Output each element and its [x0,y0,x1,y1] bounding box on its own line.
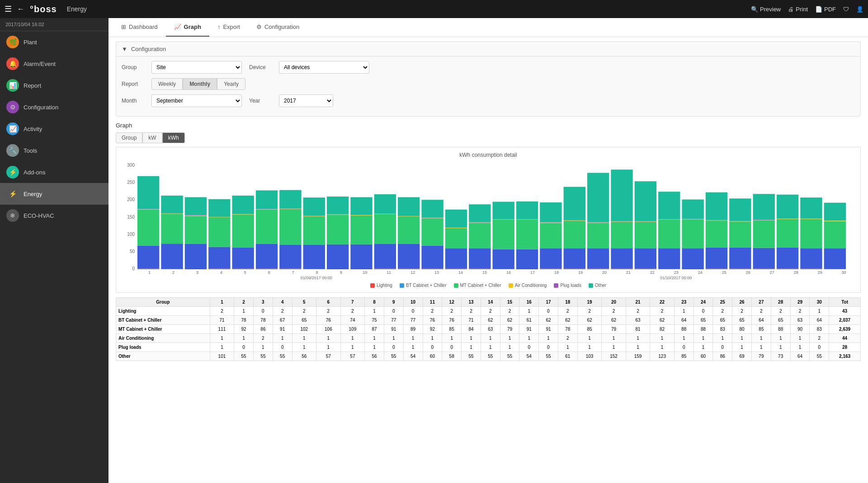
bar-segment [635,269,656,269]
sidebar-label-energy: Energy [24,191,42,197]
bar-segment [185,216,207,216]
row-value: 2 [500,307,519,316]
row-value: 1 [602,334,626,343]
sidebar-label-configuration: Configuration [24,104,58,111]
tab-configuration[interactable]: ⚙ Configuration [248,18,307,37]
sidebar-item-eco-hvac[interactable]: ❄ ECO-HVAC [0,205,108,226]
bar-segment [208,217,230,217]
sidebar-item-alarm[interactable]: 🔔 Alarm/Event [0,53,108,75]
graph-btn-kwh[interactable]: kWh [162,132,185,143]
tab-export[interactable]: ↑ Export [209,18,248,37]
row-value: 1 [316,343,341,352]
tab-graph[interactable]: 📈 Graph [166,18,209,37]
bar-segment [421,218,443,218]
month-select[interactable]: September [151,94,242,107]
bar-segment [445,269,467,269]
bar-segment [374,269,396,269]
config-header[interactable]: ▼ Configuration [116,42,860,56]
back-button[interactable]: ← [17,5,24,13]
row-value: 1 [273,334,292,343]
sidebar-item-configuration[interactable]: ⚙ Configuration [0,96,108,118]
table-header: 20 [602,298,626,307]
bar-segment [540,222,561,223]
energy-icon: ⚡ [6,188,19,200]
row-value: 55 [539,352,558,361]
hamburger-icon[interactable]: ☰ [5,4,12,14]
device-select[interactable]: All devices [279,61,369,74]
bar-segment [729,248,751,269]
bar-segment [445,228,467,228]
tab-dashboard[interactable]: ⊞ Dashboard [113,18,166,37]
row-value: 0 [234,343,254,352]
bar-segment [800,197,822,218]
graph-section-label: Graph [116,122,861,129]
graph-btn-kw[interactable]: kW [142,132,162,143]
graph-btn-group[interactable]: Group [116,132,142,143]
bar-segment [256,209,278,210]
row-value: 63 [626,316,650,325]
group-select[interactable]: Site [151,61,242,74]
row-value: 1 [292,343,316,352]
bar-segment [540,269,561,269]
bar-segment [540,223,561,223]
row-value: 1 [365,334,384,343]
report-btn-weekly[interactable]: Weekly [151,78,183,90]
bar-segment [161,244,183,269]
bar-segment [824,248,846,269]
row-value: 1 [693,334,713,343]
pdf-button[interactable]: 📄 PDF [815,6,836,13]
bar-segment [564,187,585,220]
sidebar-item-energy[interactable]: ⚡ Energy [0,183,108,205]
sidebar-label-addons: Add-ons [24,169,45,176]
table-header: 10 [403,298,423,307]
bar-segment [800,219,822,249]
row-value: 71 [462,316,481,325]
row-value: 1 [340,334,365,343]
sidebar-item-addons[interactable]: ⚡ Add-ons [0,161,108,183]
row-value: 1 [650,343,675,352]
row-value: 1 [810,307,829,316]
config-body: Group Site Device All devices Report Wee… [116,56,860,116]
bar-segment [469,223,491,249]
x-label: 15 [473,270,497,275]
x-date-end: 01/10/2017 00:00 [660,276,692,280]
preview-button[interactable]: 🔍 Preview [751,6,781,13]
sidebar-item-tools[interactable]: 🔧 Tools [0,140,108,161]
year-select[interactable]: 2017 [279,94,333,107]
row-value: 1 [693,343,713,352]
bar-segment [824,203,846,221]
table-header: 22 [650,298,675,307]
table-header: 2 [234,298,254,307]
row-value: 1 [626,343,650,352]
bar-segment [493,202,514,220]
main-layout: 2017/10/04 16:02 🌿 Plant 🔔 Alarm/Event 📊… [0,18,868,483]
report-btn-monthly[interactable]: Monthly [183,78,217,90]
bar-segment [564,221,585,249]
bar-segment [493,220,514,249]
bar-segment [137,269,159,269]
x-label: 20 [592,270,616,275]
x-label: 21 [616,270,640,275]
sidebar-item-plant[interactable]: 🌿 Plant [0,31,108,53]
row-value: 1 [500,343,519,352]
topbar: ☰ ← °boss Energy 🔍 Preview 🖨 Print 📄 PDF… [0,0,868,18]
chart-plot: 1234567891011121314151617181920212223242… [137,161,856,280]
row-name: Air Conditioning [116,334,210,343]
sidebar-item-activity[interactable]: 📈 Activity [0,118,108,140]
row-value: 92 [423,325,442,334]
table-header: 3 [254,298,273,307]
row-value: 62 [500,316,519,325]
bar-segment [564,220,585,221]
print-button[interactable]: 🖨 Print [788,6,808,13]
user-icon[interactable]: 👤 [856,6,863,13]
report-btn-yearly[interactable]: Yearly [217,78,245,90]
bar-segment [587,223,609,223]
row-value: 76 [423,316,442,325]
row-value: 2 [558,334,577,343]
config-header-label: Configuration [131,46,166,52]
topbar-actions: 🔍 Preview 🖨 Print 📄 PDF 🛡 👤 [751,6,863,13]
row-total: 28 [829,343,861,352]
sidebar-item-report[interactable]: 📊 Report [0,75,108,96]
x-label: 28 [784,270,808,275]
row-value: 61 [519,316,539,325]
